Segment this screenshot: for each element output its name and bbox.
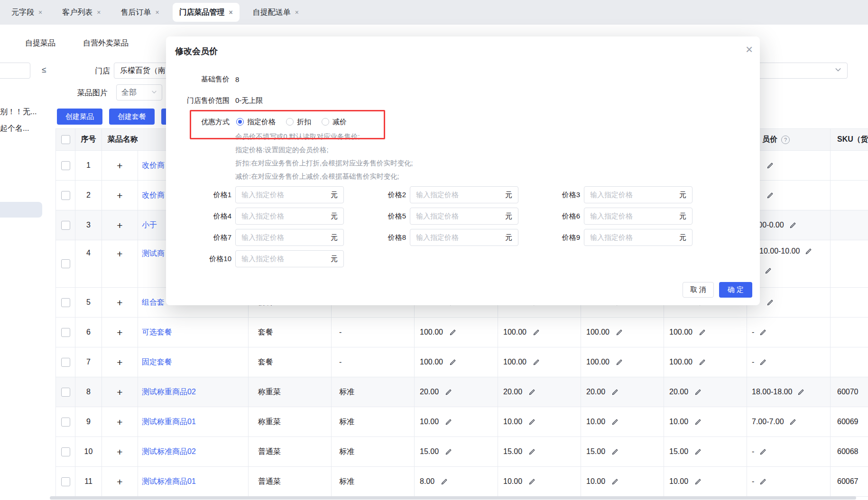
radio-option[interactable]: 折扣 [286, 118, 311, 127]
edit-member-price-icon[interactable] [797, 388, 805, 396]
edit-price-icon[interactable] [528, 448, 536, 456]
info-icon[interactable]: ? [781, 136, 790, 144]
edit-price-icon[interactable] [615, 358, 623, 366]
row-checkbox[interactable] [61, 298, 70, 307]
row-checkbox[interactable] [61, 358, 70, 367]
edit-price-icon[interactable] [694, 388, 702, 396]
price-input[interactable]: 输入指定价格元 [235, 208, 344, 225]
row-checkbox[interactable] [61, 221, 70, 230]
edit-price-icon[interactable] [440, 478, 448, 486]
edit-price-icon[interactable] [528, 478, 536, 486]
dish-name-link[interactable]: 改价商 [142, 191, 165, 200]
edit-member-price-icon[interactable] [759, 328, 767, 336]
price-input[interactable]: 输入指定价格元 [410, 186, 518, 203]
dish-name-link[interactable]: 可选套餐 [142, 327, 172, 337]
dish-name-link[interactable]: 测试标准商品01 [142, 477, 196, 487]
edit-member-price-icon[interactable] [789, 221, 797, 229]
tab-item[interactable]: 元字段× [5, 3, 49, 22]
edit-member-price-icon[interactable] [759, 478, 767, 486]
edit-price-icon[interactable] [615, 328, 623, 336]
edit-member-price-icon[interactable] [759, 448, 767, 456]
search-input[interactable] [0, 63, 30, 79]
edit-price-icon[interactable] [444, 418, 452, 426]
close-icon[interactable]: × [746, 43, 753, 55]
edit-member-price-icon[interactable] [804, 247, 813, 255]
edit-price-icon[interactable] [694, 478, 702, 486]
dish-name-link[interactable]: 测试商 [142, 249, 165, 259]
tab-item[interactable]: 客户列表× [55, 3, 107, 22]
edit-member-price-icon[interactable] [759, 358, 767, 366]
tab-item[interactable]: 门店菜品管理× [173, 3, 240, 22]
price-input[interactable]: 输入指定价格元 [410, 229, 518, 246]
row-checkbox[interactable] [61, 477, 70, 486]
price-input[interactable]: 输入指定价格元 [584, 229, 693, 246]
tab-item[interactable]: 售后订单× [114, 3, 166, 22]
expand-row-icon[interactable]: + [117, 327, 122, 337]
dish-name-link[interactable]: 测试称重商品02 [142, 387, 196, 397]
edit-member-price-icon[interactable] [789, 418, 797, 426]
edit-price-icon[interactable] [611, 448, 619, 456]
price-input[interactable]: 输入指定价格元 [584, 186, 693, 203]
price-input[interactable]: 输入指定价格元 [235, 250, 344, 267]
edit-price-icon[interactable] [444, 448, 452, 456]
expand-row-icon[interactable]: + [117, 357, 122, 367]
create-combo-button[interactable]: 创建套餐 [109, 109, 155, 125]
tab-close-icon[interactable]: × [38, 9, 42, 16]
price-input[interactable]: 输入指定价格元 [235, 186, 344, 203]
price-input[interactable]: 输入指定价格元 [584, 208, 693, 225]
row-checkbox[interactable] [61, 259, 70, 268]
edit-price-icon[interactable] [528, 418, 536, 426]
confirm-button[interactable]: 确 定 [719, 282, 752, 298]
expand-row-icon[interactable]: + [117, 161, 122, 171]
cancel-button[interactable]: 取 消 [683, 282, 714, 298]
expand-row-icon[interactable]: + [117, 249, 122, 259]
collapse-icon[interactable]: ≤ [42, 65, 46, 75]
dish-name-link[interactable]: 组合套 [142, 298, 165, 308]
expand-row-icon[interactable]: + [117, 298, 122, 308]
edit-member-price-icon[interactable] [766, 299, 774, 307]
edit-price-icon[interactable] [449, 328, 457, 336]
edit-price-icon[interactable] [611, 388, 619, 396]
dish-name-link[interactable]: 测试标准商品02 [142, 447, 196, 457]
create-dish-button[interactable]: 创建菜品 [57, 109, 102, 125]
row-checkbox[interactable] [61, 191, 70, 200]
expand-row-icon[interactable]: + [117, 417, 122, 427]
price-input[interactable]: 输入指定价格元 [235, 229, 344, 246]
edit-price-icon[interactable] [528, 388, 536, 396]
edit-price-icon[interactable] [694, 418, 702, 426]
price-input[interactable]: 输入指定价格元 [410, 208, 518, 225]
expand-row-icon[interactable]: + [117, 477, 122, 487]
edit-price-icon[interactable] [698, 328, 706, 336]
subnav-item[interactable]: 自营外卖菜品 [83, 38, 129, 48]
expand-row-icon[interactable]: + [117, 447, 122, 457]
side-panel-selected-item[interactable] [0, 202, 42, 218]
expand-row-icon[interactable]: + [117, 387, 122, 397]
edit-price-icon[interactable] [611, 478, 619, 486]
tab-close-icon[interactable]: × [155, 9, 159, 16]
radio-option[interactable]: 减价 [322, 118, 347, 127]
edit-price-icon[interactable] [532, 358, 540, 366]
row-checkbox[interactable] [61, 161, 70, 170]
dish-name-link[interactable]: 小于 [142, 220, 157, 230]
side-panel-item[interactable]: 别！！无... [0, 107, 37, 117]
edit-price-icon[interactable] [694, 448, 702, 456]
row-checkbox[interactable] [61, 328, 70, 337]
edit-member-price-icon[interactable] [766, 162, 774, 170]
tab-close-icon[interactable]: × [295, 9, 299, 16]
dish-name-link[interactable]: 测试称重商品01 [142, 417, 196, 427]
dish-name-link[interactable]: 固定套餐 [142, 357, 172, 367]
edit-member-price-icon[interactable] [766, 191, 774, 200]
dish-name-link[interactable]: 改价商 [142, 161, 165, 171]
horizontal-scrollbar[interactable] [50, 496, 856, 500]
select-all-checkbox[interactable] [61, 135, 70, 144]
edit-price-icon[interactable] [698, 358, 706, 366]
edit-price-icon[interactable] [532, 328, 540, 336]
tab-close-icon[interactable]: × [97, 9, 101, 16]
expand-row-icon[interactable]: + [117, 220, 122, 230]
expand-row-icon[interactable]: + [117, 191, 122, 200]
edit-price-icon[interactable] [444, 388, 452, 396]
tab-close-icon[interactable]: × [229, 9, 233, 16]
edit-member-price-icon[interactable] [764, 267, 772, 275]
row-checkbox[interactable] [61, 418, 70, 427]
dish-image-select[interactable]: 全部 [116, 84, 162, 100]
